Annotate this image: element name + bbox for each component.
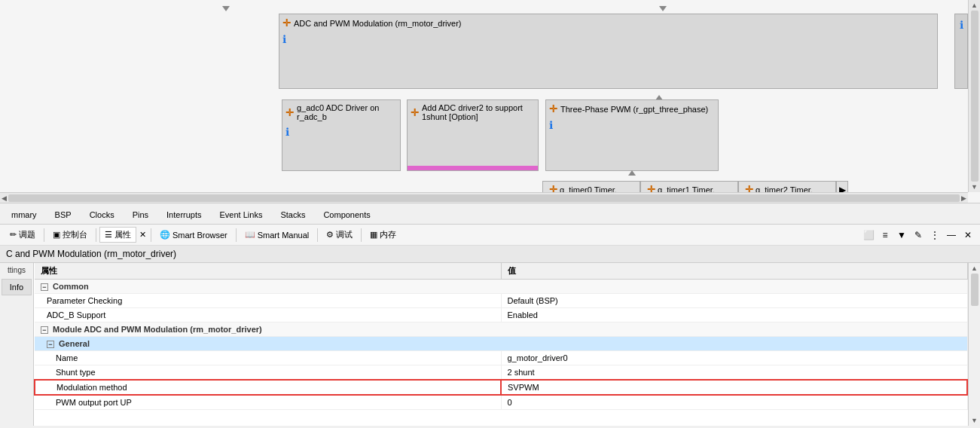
- v-scrollbar[interactable]: ▲ ▼: [968, 0, 980, 192]
- toolbar-btn-debug[interactable]: ⚙ 调试: [321, 227, 358, 243]
- sub-cross-icon-2: ✛: [411, 107, 419, 118]
- scroll-up-btn[interactable]: ▲: [971, 264, 978, 272]
- sub-module-1-info-icon: ℹ: [285, 126, 397, 138]
- filter-icon[interactable]: ▼: [894, 228, 909, 243]
- toolbar-btn-properties[interactable]: ☰ 属性: [99, 227, 136, 243]
- memory-icon: ▦: [370, 230, 377, 240]
- tab-bsp[interactable]: BSP: [47, 207, 80, 222]
- prop-modulation-label: Modulation method: [35, 380, 501, 395]
- external-link-icon[interactable]: ⬜: [861, 228, 876, 243]
- module-cross-icon: ✛: [282, 17, 291, 29]
- table-row: − Module ADC and PWM Modulation (rm_moto…: [35, 323, 967, 337]
- pink-bar: [408, 166, 538, 170]
- col-val-header: 值: [501, 263, 967, 280]
- group-common: − Common: [35, 280, 967, 294]
- left-sidebar: ttings Info: [0, 263, 34, 426]
- info-tab[interactable]: Info: [2, 279, 32, 295]
- toolbar-btn-edit[interactable]: ✏ 调题: [5, 227, 41, 243]
- console-icon: ▣: [53, 230, 60, 240]
- sub-module-2-header: ✛ Add ADC driver2 to support 1shunt [Opt…: [411, 103, 535, 121]
- toolbar-debug-label: 调试: [336, 229, 353, 240]
- collapse-module-icon[interactable]: −: [41, 326, 48, 334]
- table-row: Modulation method SVPWM: [35, 380, 967, 395]
- tab-stacks[interactable]: Stacks: [272, 207, 313, 222]
- prop-adcb-support-label: ADC_B Support: [35, 308, 501, 323]
- browser-icon: 🌐: [160, 230, 170, 240]
- info-tab-label: Info: [10, 283, 23, 292]
- toolbar-btn-console[interactable]: ▣ 控制台: [47, 227, 93, 243]
- sub-module-1-label: g_adc0 ADC Driver on r_adc_b: [297, 103, 397, 121]
- right-panel-info: ℹ: [954, 14, 968, 89]
- settings-text: ttings: [8, 266, 26, 274]
- table-header-row: 属性 值: [35, 263, 967, 280]
- toolbar-btn-smart-browser[interactable]: 🌐 Smart Browser: [154, 228, 233, 242]
- prop-pwm-label: PWM output port UP: [35, 395, 501, 410]
- section-title-text: C and PWM Modulation (rm_motor_driver): [6, 249, 176, 259]
- minimize-icon[interactable]: —: [944, 228, 959, 243]
- prop-name-label: Name: [35, 351, 501, 365]
- props-v-scrollbar[interactable]: ▲ ▼: [968, 263, 980, 426]
- scroll-down-btn[interactable]: ▼: [971, 417, 978, 424]
- sub-module-2-label: Add ADC driver2 to support 1shunt [Optio…: [422, 103, 535, 121]
- table-row: Parameter Checking Default (BSP): [35, 294, 967, 308]
- toolbar-properties-label: 属性: [114, 229, 131, 240]
- toolbar-btn-memory[interactable]: ▦ 内存: [365, 227, 401, 243]
- toolbar-left: ✏ 调题 ▣ 控制台 ☰ 属性 ✕ 🌐 Smart Browser 📖 Smar…: [5, 227, 401, 243]
- section-title: C and PWM Modulation (rm_motor_driver): [0, 246, 980, 263]
- settings-icon[interactable]: ⋮: [927, 228, 942, 243]
- toolbar-divider-5: [317, 228, 318, 242]
- props-table-container[interactable]: 属性 值 − Common Parameter Checking Default…: [34, 263, 968, 426]
- main-module-label: ADC and PWM Modulation (rm_motor_driver): [294, 19, 462, 28]
- settings-label: ttings: [0, 263, 33, 277]
- tab-event-links[interactable]: Event Links: [212, 207, 271, 222]
- toolbar-browser-label: Smart Browser: [172, 231, 227, 240]
- sub-module-1-header: ✛ g_adc0 ADC Driver on r_adc_b: [285, 103, 397, 121]
- tab-clocks[interactable]: Clocks: [81, 207, 123, 222]
- prop-param-checking-value[interactable]: Default (BSP): [501, 294, 967, 308]
- toolbar-memory-label: 内存: [380, 229, 396, 240]
- props-table: 属性 值 − Common Parameter Checking Default…: [34, 263, 968, 410]
- scroll-down-arrow2[interactable]: [659, 6, 667, 11]
- close-icon[interactable]: ✕: [960, 228, 975, 243]
- h-scrollbar[interactable]: ◀ ▶: [0, 192, 968, 203]
- properties-close-icon[interactable]: ✕: [138, 230, 148, 240]
- toolbar-btn-smart-manual[interactable]: 📖 Smart Manual: [240, 228, 314, 242]
- prop-param-checking-label: Parameter Checking: [35, 294, 501, 308]
- scroll-down-arrow[interactable]: [222, 6, 230, 11]
- prop-name-value[interactable]: g_motor_driver0: [501, 351, 967, 365]
- prop-modulation-value[interactable]: SVPWM: [501, 380, 967, 395]
- toolbar-area: ✏ 调题 ▣ 控制台 ☰ 属性 ✕ 🌐 Smart Browser 📖 Smar…: [0, 225, 980, 246]
- collapse-common-icon[interactable]: −: [41, 283, 48, 291]
- properties-panel: ttings Info 属性 值 − Common: [0, 263, 980, 426]
- tab-pins[interactable]: Pins: [124, 207, 157, 222]
- toolbar-right: ⬜ ≡ ▼ ✎ ⋮ — ✕: [861, 228, 975, 243]
- table-row: ADC_B Support Enabled: [35, 308, 967, 323]
- group-module: − Module ADC and PWM Modulation (rm_moto…: [35, 323, 967, 337]
- toolbar-divider-1: [44, 228, 44, 242]
- tabs-bar: mmary BSP Clocks Pins Interrupts Event L…: [0, 203, 980, 225]
- edit2-icon[interactable]: ✎: [911, 228, 926, 243]
- table-row: Shunt type 2 shunt: [35, 365, 967, 381]
- sub3-down-arrow: [628, 170, 636, 176]
- columns-icon[interactable]: ≡: [878, 228, 893, 243]
- prop-adcb-support-value[interactable]: Enabled: [501, 308, 967, 323]
- sub-module-3-header: ✛ Three-Phase PWM (r_gpt_three_phase): [549, 103, 715, 115]
- sub-module-box-1: ✛ g_adc0 ADC Driver on r_adc_b ℹ: [282, 99, 401, 171]
- toolbar-console-label: 控制台: [63, 229, 87, 240]
- toolbar-manual-label: Smart Manual: [258, 231, 309, 240]
- tab-summary[interactable]: mmary: [3, 207, 45, 222]
- group-general: − General: [35, 337, 967, 351]
- manual-icon: 📖: [245, 230, 255, 240]
- collapse-general-icon[interactable]: −: [47, 341, 54, 348]
- toolbar-divider-2: [96, 228, 96, 242]
- sub-module-3-label: Three-Phase PWM (r_gpt_three_phase): [560, 105, 708, 114]
- tab-interrupts[interactable]: Interrupts: [158, 207, 209, 222]
- edit-icon: ✏: [10, 230, 17, 240]
- prop-pwm-value[interactable]: 0: [501, 395, 967, 410]
- table-row: − Common: [35, 280, 967, 294]
- prop-shunt-value[interactable]: 2 shunt: [501, 365, 967, 381]
- tab-components[interactable]: Components: [315, 207, 378, 222]
- sub-module-box-3: ✛ Three-Phase PWM (r_gpt_three_phase) ℹ: [545, 99, 719, 171]
- toolbar-divider-4: [236, 228, 237, 242]
- table-row: Name g_motor_driver0: [35, 351, 967, 365]
